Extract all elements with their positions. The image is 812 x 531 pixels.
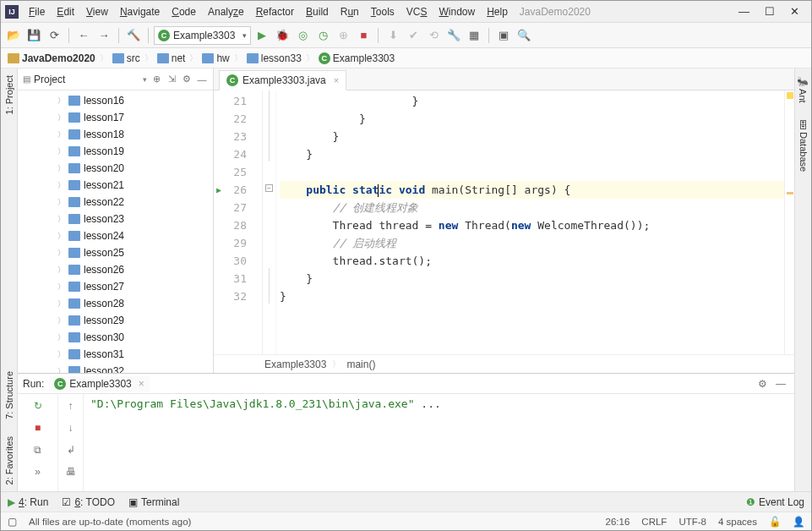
save-icon[interactable]: 💾	[25, 26, 43, 45]
line-sep[interactable]: CRLF	[641, 517, 667, 527]
menu-window[interactable]: Window	[433, 6, 481, 18]
tree-item[interactable]: 〉lesson16	[18, 92, 213, 109]
toolwindow-favorites[interactable]: 2: Favorites	[4, 436, 14, 484]
menu-help[interactable]: Help	[481, 6, 514, 18]
toolwindow-ant[interactable]: 🐜 Ant	[798, 75, 809, 103]
forward-button[interactable]: →	[95, 26, 113, 45]
maximize-button[interactable]: ☐	[765, 5, 775, 18]
code-area[interactable]: } } } } public static void main(String[]…	[276, 90, 784, 354]
tree-item[interactable]: 〉lesson18	[18, 126, 213, 143]
rerun-button[interactable]: ↻	[30, 397, 46, 414]
tree-label: lesson30	[84, 331, 124, 343]
crumb-lesson[interactable]: lesson33	[245, 52, 303, 64]
menu-vcs[interactable]: VCS	[401, 6, 433, 18]
error-stripe[interactable]	[784, 90, 794, 354]
menu-run[interactable]: Run	[335, 6, 365, 18]
run-tab[interactable]: C Example3303 ×	[49, 376, 149, 391]
menu-analyze[interactable]: Analyze	[202, 6, 250, 18]
profile-button[interactable]: ◷	[313, 26, 332, 45]
structure-icon[interactable]: ▦	[465, 26, 483, 45]
debug-button[interactable]: 🐞	[273, 26, 292, 45]
tree-item[interactable]: 〉lesson21	[18, 177, 213, 194]
tree-item[interactable]: 〉lesson22	[18, 194, 213, 211]
close-icon[interactable]: ×	[334, 75, 339, 85]
crumb-src[interactable]: src	[111, 52, 142, 64]
menu-view[interactable]: View	[80, 6, 114, 18]
toolwindow-terminal[interactable]: ▣Terminal	[128, 496, 179, 508]
wrap-icon[interactable]: ↲	[63, 441, 79, 458]
crumb-project[interactable]: JavaDemo2020	[6, 52, 97, 64]
hide-icon[interactable]: —	[772, 378, 789, 390]
close-icon[interactable]: ×	[139, 378, 144, 390]
chevron-right-icon: 〉	[57, 112, 65, 123]
tree-item[interactable]: 〉lesson19	[18, 143, 213, 160]
locate-icon[interactable]: ⊕	[150, 74, 162, 85]
menu-refactor[interactable]: Refactor	[250, 6, 300, 18]
hector-icon[interactable]: 👤	[793, 516, 804, 528]
up-icon[interactable]: ↑	[63, 397, 79, 414]
editor-tab[interactable]: C Example3303.java ×	[219, 70, 346, 90]
sync-icon[interactable]: ⟳	[45, 26, 63, 45]
crumb-class[interactable]: CExample3303	[317, 52, 396, 64]
stop-button[interactable]: ■	[30, 419, 46, 436]
vcs-commit-icon[interactable]: ✔	[404, 26, 422, 45]
stop-button[interactable]: ■	[354, 26, 373, 45]
gear-icon[interactable]: ⚙	[181, 74, 193, 85]
tree-item[interactable]: 〉lesson25	[18, 244, 213, 261]
tree-item[interactable]: 〉lesson29	[18, 312, 213, 329]
tree-item[interactable]: 〉lesson26	[18, 261, 213, 278]
run-button[interactable]: ▶	[253, 26, 271, 45]
event-log[interactable]: ❶Event Log	[746, 496, 804, 508]
menu-file[interactable]: File	[23, 6, 51, 18]
vcs-update-icon[interactable]: ⬇	[384, 26, 402, 45]
tree-item[interactable]: 〉lesson24	[18, 227, 213, 244]
hide-icon[interactable]: —	[196, 74, 208, 85]
search-icon[interactable]: 🔍	[515, 26, 533, 45]
open-icon[interactable]: 📂	[4, 26, 23, 45]
menu-tools[interactable]: Tools	[365, 6, 401, 18]
settings-icon[interactable]: 🔧	[444, 26, 463, 45]
build-icon[interactable]: 🔨	[124, 26, 143, 45]
gear-icon[interactable]: ⚙	[758, 378, 767, 390]
expand-icon[interactable]: ⇲	[166, 74, 177, 85]
toolwindow-project[interactable]: 1: Project	[4, 75, 14, 114]
console[interactable]: "D:\Program Files\Java\jdk1.8.0_231\bin\…	[84, 394, 794, 491]
grid-icon[interactable]: ▣	[494, 26, 513, 45]
tree-item[interactable]: 〉lesson23	[18, 211, 213, 227]
toolwindow-todo[interactable]: ☑6: TODO	[62, 496, 115, 508]
caret-pos[interactable]: 26:16	[606, 517, 630, 527]
encoding[interactable]: UTF-8	[678, 517, 706, 527]
toolwindow-database[interactable]: 🗄 Database	[798, 120, 809, 172]
layout-icon[interactable]: ⧉	[30, 441, 46, 458]
tree-item[interactable]: 〉lesson20	[18, 160, 213, 177]
menu-edit[interactable]: Edit	[51, 6, 80, 18]
close-button[interactable]: ✕	[790, 5, 799, 18]
tree-item[interactable]: 〉lesson17	[18, 109, 213, 126]
more-icon[interactable]: »	[30, 463, 46, 480]
toolwindow-structure[interactable]: 7: Structure	[4, 371, 14, 419]
coverage-button[interactable]: ◎	[293, 26, 312, 45]
project-tree[interactable]: 〉lesson16〉lesson17〉lesson18〉lesson19〉les…	[18, 90, 213, 373]
print-icon[interactable]: 🖶	[63, 463, 79, 480]
tree-item[interactable]: 〉lesson31	[18, 346, 213, 363]
run-config-selector[interactable]: C Example3303	[154, 26, 251, 45]
menu-navigate[interactable]: Navigate	[114, 6, 166, 18]
crumb-net[interactable]: net	[155, 52, 188, 64]
back-button[interactable]: ←	[74, 26, 93, 45]
indent[interactable]: 4 spaces	[718, 517, 757, 527]
vcs-history-icon[interactable]: ⟲	[424, 26, 443, 45]
tree-item[interactable]: 〉lesson27	[18, 278, 213, 295]
minimize-button[interactable]: —	[738, 5, 749, 18]
tree-item[interactable]: 〉lesson30	[18, 329, 213, 346]
attach-button[interactable]: ⊕	[334, 26, 352, 45]
editor-body[interactable]: 212223242526▶272829303132 −−−−−−− } } } …	[214, 90, 794, 354]
down-icon[interactable]: ↓	[63, 419, 79, 436]
toolwindows-icon[interactable]: ▢	[8, 516, 17, 528]
tree-item[interactable]: 〉lesson32	[18, 363, 213, 373]
crumb-hw[interactable]: hw	[200, 52, 231, 64]
readonly-icon[interactable]: 🔓	[769, 516, 781, 528]
menu-code[interactable]: Code	[166, 6, 202, 18]
toolwindow-run[interactable]: ▶4: Run	[8, 496, 48, 508]
menu-build[interactable]: Build	[300, 6, 335, 18]
tree-item[interactable]: 〉lesson28	[18, 295, 213, 312]
